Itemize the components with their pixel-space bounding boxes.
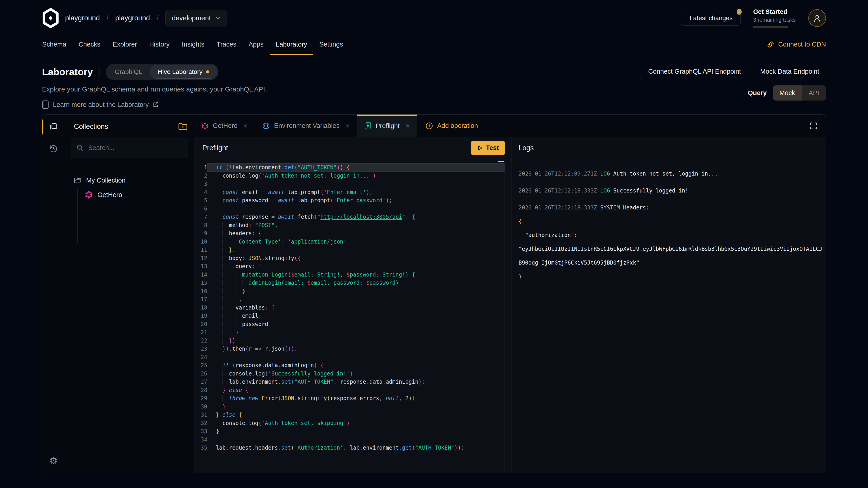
side-rail: ⚙: [42, 115, 65, 473]
code-line[interactable]: 12 body: JSON.stringify({: [194, 254, 512, 263]
code-line[interactable]: 21 }: [194, 328, 512, 337]
settings-rail-button[interactable]: ⚙: [42, 455, 65, 467]
nav-item-laboratory[interactable]: Laboratory: [270, 34, 313, 55]
close-icon[interactable]: ×: [345, 122, 350, 129]
nav-item-checks[interactable]: Checks: [72, 34, 106, 55]
logs-output: 2026-01-26T12:12:09.271Z LOG Auth token …: [512, 159, 826, 473]
code-line[interactable]: 17 `,: [194, 295, 512, 304]
nav-item-traces[interactable]: Traces: [211, 34, 243, 55]
nav-item-insights[interactable]: Insights: [176, 34, 211, 55]
search-icon: [76, 144, 84, 151]
close-icon[interactable]: ×: [243, 122, 248, 129]
code-line[interactable]: 8 method: "POST",: [194, 221, 512, 230]
user-avatar[interactable]: [808, 9, 826, 27]
code-line[interactable]: 2 console.log('Auth token not set, loggi…: [194, 172, 512, 180]
latest-changes-button[interactable]: Latest changes: [682, 11, 741, 26]
plus-circle-icon: [426, 122, 433, 130]
code-line[interactable]: 28 } else {: [194, 386, 512, 394]
search-input[interactable]: [88, 144, 182, 152]
nav-item-apps[interactable]: Apps: [243, 34, 270, 55]
tab-environment-variables[interactable]: Environment Variables ×: [255, 115, 357, 137]
get-started-title: Get Started: [753, 8, 796, 15]
code-line[interactable]: 11 },: [194, 246, 512, 254]
learn-more-link[interactable]: Learn more about the Laboratory: [42, 100, 267, 109]
code-line[interactable]: 29 throw new Error(JSON.stringify(respon…: [194, 394, 512, 402]
history-rail-button[interactable]: [42, 143, 65, 154]
code-line[interactable]: 27 lab.environment.set("AUTH_TOKEN", res…: [194, 378, 512, 386]
connect-to-cdn-link[interactable]: Connect to CDN: [767, 34, 826, 55]
link-icon: [767, 40, 775, 48]
collections-sidebar: Collections My Collection GetHero: [65, 115, 194, 473]
code-line[interactable]: 4 const email = await lab.prompt('Enter …: [194, 188, 512, 197]
code-line[interactable]: 35lab.request.headers.set('Authorization…: [194, 444, 512, 452]
get-started-subtitle: 3 remaining tasks: [753, 17, 796, 23]
target-selector[interactable]: development: [165, 10, 227, 26]
code-line[interactable]: 14 mutation Login($email: String!, $pass…: [194, 271, 512, 279]
code-line[interactable]: 30 }: [194, 402, 512, 411]
code-line[interactable]: 23 }).then(r => r.json());: [194, 345, 512, 353]
fullscreen-icon: [810, 122, 817, 130]
breadcrumb-separator: /: [157, 14, 158, 22]
code-line[interactable]: 31} else {: [194, 411, 512, 419]
code-line[interactable]: 34: [194, 435, 512, 444]
code-line[interactable]: 15 adminLogin(email: $email, password: $…: [194, 279, 512, 287]
code-line[interactable]: 18 variables: {: [194, 304, 512, 312]
close-icon[interactable]: ×: [405, 122, 410, 129]
code-line[interactable]: 3: [194, 180, 512, 188]
code-line[interactable]: 7 const response = await fetch("http://l…: [194, 213, 512, 221]
nav-item-settings[interactable]: Settings: [313, 34, 349, 55]
scrollbar-thumb[interactable]: [498, 161, 504, 162]
mode-option-graphiql[interactable]: GraphiQL: [107, 65, 150, 78]
code-line[interactable]: 20 password: [194, 320, 512, 328]
code-line[interactable]: 22 }): [194, 337, 512, 345]
code-line[interactable]: 19 email,: [194, 312, 512, 320]
connect-endpoint-button[interactable]: Connect GraphQL API Endpoint: [640, 64, 749, 79]
editor-pane-title: Preflight: [202, 144, 228, 152]
test-button[interactable]: Test: [471, 141, 505, 155]
new-feature-dot: [206, 70, 209, 73]
collections-icon: [49, 123, 58, 131]
tab-label: GetHero: [213, 122, 238, 129]
collections-rail-button[interactable]: [42, 121, 65, 133]
nav-item-explorer[interactable]: Explorer: [106, 34, 143, 55]
new-collection-icon[interactable]: [178, 122, 188, 131]
mode-option-label: Hive Laboratory: [158, 68, 203, 75]
segment-mock[interactable]: Mock: [773, 86, 802, 101]
hive-logo-icon[interactable]: [42, 8, 59, 29]
code-line[interactable]: 33}: [194, 427, 512, 435]
code-line[interactable]: 24: [194, 353, 512, 361]
collection-children: GetHero: [77, 188, 187, 242]
code-line[interactable]: 26 console.log('Successfully logged in!'…: [194, 369, 512, 378]
mock-endpoint-button[interactable]: Mock Data Endpoint: [753, 64, 826, 79]
code-editor[interactable]: 1if (!lab.environment.get("AUTH_TOKEN"))…: [194, 159, 512, 473]
collection-folder-row[interactable]: My Collection: [74, 174, 187, 187]
code-line[interactable]: 6: [194, 205, 512, 213]
tab-preflight[interactable]: Preflight ×: [357, 115, 417, 137]
code-line[interactable]: 9 headers: {: [194, 229, 512, 238]
fullscreen-button[interactable]: [801, 115, 826, 137]
code-line[interactable]: 13 query: `: [194, 262, 512, 271]
breadcrumb-org[interactable]: playground: [65, 14, 100, 22]
operation-row-gethero[interactable]: GetHero: [85, 188, 187, 201]
segment-api[interactable]: API: [802, 86, 826, 101]
operation-tabbar: GetHero × Environment Variables × Prefli…: [194, 115, 826, 137]
get-started-widget[interactable]: Get Started 3 remaining tasks: [753, 8, 796, 28]
collections-search[interactable]: [71, 138, 188, 158]
mode-option-hive-laboratory[interactable]: Hive Laboratory: [150, 65, 217, 78]
collections-title: Collections: [74, 123, 108, 131]
code-line[interactable]: 25 if (response.data.adminLogin) {: [194, 361, 512, 369]
code-line[interactable]: 10 'Content-Type': 'application/json': [194, 238, 512, 246]
main-nav: Schema Checks Explorer History Insights …: [0, 34, 868, 55]
nav-item-history[interactable]: History: [143, 34, 176, 55]
add-operation-button[interactable]: Add operation: [417, 115, 486, 137]
code-line[interactable]: 32 console.log('Auth token set, skipping…: [194, 419, 512, 427]
breadcrumb-separator: /: [106, 14, 108, 22]
log-entry: 2026-01-26T12:12:09.271Z LOG Auth token …: [519, 167, 826, 181]
globe-icon: [262, 122, 270, 130]
code-line[interactable]: 16 }: [194, 287, 512, 295]
tab-gethero[interactable]: GetHero ×: [194, 115, 255, 137]
nav-item-schema[interactable]: Schema: [36, 34, 72, 55]
breadcrumb-project[interactable]: playground: [115, 14, 150, 22]
code-line[interactable]: 1if (!lab.environment.get("AUTH_TOKEN"))…: [194, 163, 512, 172]
code-line[interactable]: 5 const password = await lab.prompt('Ent…: [194, 196, 512, 205]
